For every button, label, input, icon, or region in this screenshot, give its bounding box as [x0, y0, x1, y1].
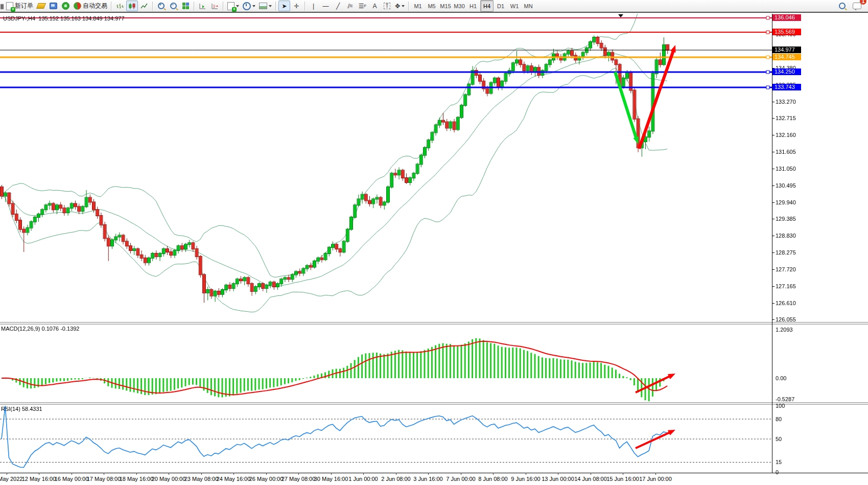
price-tick-dash: [772, 152, 775, 152]
hline-button[interactable]: —: [320, 1, 332, 11]
price-tag: 134.250: [772, 68, 801, 75]
text-label-button[interactable]: T: [381, 1, 393, 11]
tab-timeframe-m30[interactable]: M30: [453, 0, 466, 12]
time-tick: [655, 473, 656, 475]
price-tick-dash: [772, 269, 775, 270]
terminal-icon: [50, 3, 57, 9]
bar-chart-icon: [116, 3, 124, 10]
pane-splitter-rsi[interactable]: [0, 402, 868, 405]
list-icon: ▦: [0, 3, 4, 10]
time-tick: [233, 473, 234, 475]
price-tag: 135.569: [772, 29, 801, 35]
time-label: 13 Jun 00:00: [542, 476, 574, 482]
tab-timeframe-m1[interactable]: M1: [411, 0, 425, 12]
separator: [111, 2, 112, 11]
time-label: 8 Jun 08:00: [478, 476, 508, 482]
tab-timeframe-h1[interactable]: H1: [466, 0, 480, 12]
tab-timeframe-m15[interactable]: M15: [439, 0, 452, 12]
candlestick-icon: [128, 3, 136, 10]
time-tick: [169, 473, 169, 475]
arrows-icon: ✥: [395, 3, 400, 10]
tile-windows-button[interactable]: [180, 1, 192, 11]
time-label: 20 May 00:00: [152, 476, 186, 482]
hline-icon: —: [323, 3, 329, 10]
trendline-button[interactable]: ╱: [332, 1, 344, 11]
signal-button[interactable]: [60, 1, 72, 11]
time-label: 16 May 00:00: [55, 476, 89, 482]
crosshair-button[interactable]: ✛: [291, 1, 302, 11]
price-tick-label: 131.050: [776, 166, 796, 172]
rsi-tick-label: 50: [776, 436, 782, 442]
price-tick-dash: [772, 286, 775, 287]
tab-timeframe-m5[interactable]: M5: [425, 0, 438, 12]
channel-button[interactable]: ⫽E: [344, 1, 356, 11]
tab-timeframe-h4[interactable]: H4: [480, 0, 494, 12]
zoom-in-button[interactable]: +: [155, 1, 167, 11]
periods-button[interactable]: [241, 1, 257, 11]
text-button[interactable]: A: [369, 1, 381, 11]
rsi-tick-label: 15: [776, 459, 782, 465]
search-icon: [839, 3, 846, 9]
tab-timeframe-mn[interactable]: MN: [522, 0, 535, 12]
tile-windows-icon: [182, 3, 189, 9]
tab-timeframe-w1[interactable]: W1: [508, 0, 521, 12]
arrows-button[interactable]: ✥: [393, 1, 406, 11]
price-tick-dash: [772, 219, 775, 219]
template-icon: [259, 3, 267, 9]
templates-button[interactable]: [257, 1, 273, 11]
auto-trading-button[interactable]: 自动交易: [72, 1, 109, 11]
time-tick: [39, 473, 39, 475]
time-axis-line: [0, 473, 868, 473]
separator: [223, 2, 224, 11]
pane-splitter-macd[interactable]: [0, 322, 868, 325]
separator: [408, 2, 409, 11]
price-tag: 134.977: [772, 47, 801, 53]
time-tick: [104, 473, 104, 475]
tab-timeframe-d1[interactable]: D1: [494, 0, 507, 12]
chart-shift-icon: [211, 3, 219, 10]
price-tick-label: 126.610: [776, 300, 796, 306]
new-order-button[interactable]: + 新订单: [5, 1, 35, 11]
chart-title: USDJPY-,H4 135.152 135.163 134.849 134.9…: [3, 15, 125, 21]
clipped-icon[interactable]: ▦: [0, 1, 4, 11]
price-tick-label: 130.495: [776, 182, 796, 189]
time-label: 1 Jun 00:00: [348, 476, 378, 482]
time-label: 24 May 16:00: [217, 476, 251, 482]
line-chart-button[interactable]: [138, 1, 150, 11]
signal-icon: [62, 2, 69, 10]
price-tick-dash: [772, 236, 775, 236]
notifications-button[interactable]: 1: [851, 1, 863, 11]
new-chart-icon: +: [227, 2, 234, 10]
separator: [194, 2, 195, 11]
fibonacci-button[interactable]: ☰F: [357, 1, 368, 11]
search-button[interactable]: [836, 1, 848, 11]
time-tick: [396, 473, 396, 475]
chart-shift-button[interactable]: [209, 1, 221, 11]
time-tick: [461, 473, 461, 475]
chevron-down-icon: [236, 5, 239, 7]
price-tick-label: 133.270: [776, 99, 796, 105]
zoom-out-button[interactable]: −: [168, 1, 179, 11]
rsi-tick-label: 0: [776, 469, 779, 475]
macd-label: MACD(12,26,9) 0.1076 -0.1392: [1, 326, 79, 332]
macd-tick-label: 1.2093: [776, 327, 793, 333]
chart-shift-marker[interactable]: [618, 14, 623, 17]
new-chart-button[interactable]: +: [226, 1, 241, 11]
marker-button[interactable]: [35, 1, 47, 11]
candlestick-chart-button[interactable]: [126, 1, 138, 11]
time-label: 30 May 16:00: [314, 476, 348, 482]
time-label: 14 Jun 08:00: [574, 476, 607, 482]
price-tick-label: 127.720: [776, 266, 796, 272]
rsi-tick-label: 100: [776, 403, 785, 409]
time-tick: [493, 473, 494, 475]
fibonacci-icon: ☰: [359, 3, 364, 10]
price-tick-dash: [772, 319, 775, 320]
time-label: 27 May 08:00: [281, 476, 316, 482]
bar-chart-button[interactable]: [114, 1, 126, 11]
vline-icon: |: [313, 3, 314, 10]
terminal-button[interactable]: [48, 1, 59, 11]
auto-scroll-button[interactable]: [197, 1, 208, 11]
vline-button[interactable]: |: [308, 1, 319, 11]
cursor-button[interactable]: ➤: [278, 1, 290, 11]
time-label: 17 May 08:00: [87, 476, 121, 482]
